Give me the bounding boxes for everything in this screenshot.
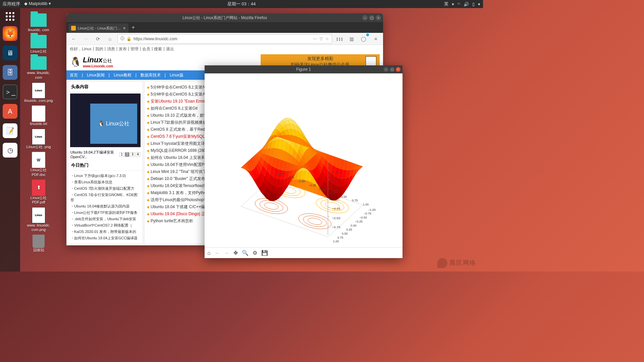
svg-text:0.75: 0.75	[332, 170, 338, 174]
page-button[interactable]: 4	[136, 152, 140, 157]
nav-link[interactable]: 管理	[130, 46, 139, 52]
nav-item[interactable]: Linux新闻	[87, 72, 105, 78]
folder-icon[interactable]: Linux公社	[23, 35, 54, 54]
page-button[interactable]: 1	[119, 152, 124, 157]
apps-menu[interactable]: 应用程序	[3, 1, 20, 7]
hot-item[interactable]: ・查看Linux系统版本信息	[70, 179, 140, 185]
terminal-icon[interactable]: ＞_	[3, 84, 17, 99]
hot-item[interactable]: ・.deb文件如何安装，Ubuntu下deb安装	[70, 216, 140, 222]
save-icon[interactable]: 💾	[261, 250, 268, 256]
minimize-icon[interactable]: –	[362, 15, 368, 20]
page-button[interactable]: 2	[125, 152, 129, 157]
nav-item[interactable]: Linux教程	[114, 72, 131, 78]
matplotlib-toolbar: ⌂ ← → ✥ 🔍 ⚙ 💾	[205, 247, 402, 258]
svg-text:−0.50: −0.50	[359, 216, 367, 219]
software-center-icon[interactable]: A	[3, 104, 17, 119]
trash-icon[interactable]: 回收站	[23, 235, 54, 252]
nav-link[interactable]: 发布	[119, 46, 127, 52]
back-button[interactable]: ←	[69, 34, 78, 44]
doc-file-icon[interactable]: WLinux公社 PDF.doc	[23, 152, 54, 177]
ellipsis-icon[interactable]: ⋯	[313, 37, 317, 41]
clock[interactable]: 星期一 03：44	[227, 1, 256, 7]
back-icon[interactable]: ←	[215, 250, 220, 256]
configure-icon[interactable]: ⚙	[253, 250, 257, 256]
display-settings-icon[interactable]: 🖥	[3, 46, 17, 60]
files-icon[interactable]: 🗄	[3, 65, 17, 80]
folder-icon[interactable]: linuxidc. com	[23, 13, 54, 32]
wifi-icon[interactable]: ⌔	[458, 2, 460, 7]
url-bar[interactable]: ⓘ 🔒 https://www.linuxidc.com ⋯ ▽ ☆	[117, 34, 332, 44]
forward-icon[interactable]: →	[224, 250, 229, 256]
nav-item[interactable]: 首页	[70, 72, 78, 78]
nav-item[interactable]: Linux版	[170, 72, 183, 78]
zoom-icon[interactable]: 🔍	[242, 250, 249, 256]
hot-item[interactable]: ・CentOS 7防火墙快速开放端口配置方	[70, 185, 140, 192]
page-button[interactable]: 3	[130, 152, 135, 157]
nav-link[interactable]: 会员	[142, 46, 150, 52]
folder-icon[interactable]: www. linuxidc. com	[23, 56, 54, 79]
window-title: Figure 1	[296, 67, 311, 72]
account-icon[interactable]: ◯	[359, 34, 368, 44]
battery-icon[interactable]: ▯	[472, 2, 475, 7]
ime-indicator[interactable]: 英	[444, 1, 448, 7]
home-icon[interactable]: ⌂	[207, 250, 211, 256]
slideshow-pager: 1 2 3 4	[119, 152, 140, 157]
star-icon[interactable]: ☆	[325, 37, 329, 41]
shield-icon[interactable]: ▽	[320, 37, 323, 41]
library-icon[interactable]: ⫿⫿⫿	[335, 34, 344, 44]
close-tab-icon[interactable]: ×	[123, 25, 125, 31]
svg-text:−0.25: −0.25	[332, 207, 340, 210]
new-tab-button[interactable]: +	[128, 24, 138, 31]
hot-item[interactable]: ・如何在Ubuntu 18.04上安装GCC编译器	[70, 235, 140, 241]
svg-text:−0.75: −0.75	[287, 176, 294, 179]
home-button[interactable]: ⌂	[105, 34, 115, 44]
browser-tab[interactable]: Linux公社 - Linux系统门… ×	[68, 23, 128, 33]
active-app-indicator[interactable]: ◆ Matplotlib ▾	[24, 1, 51, 7]
apps-grid-icon[interactable]	[5, 11, 15, 21]
hot-item[interactable]: ・CentOS 7命令行安装GNOME、KDE图形	[70, 192, 140, 203]
nav-link[interactable]: 消息	[107, 46, 115, 52]
nav-link[interactable]: 搜索	[154, 46, 162, 52]
volume-icon[interactable]: 🔊	[464, 2, 469, 7]
tab-title: Linux公社 - Linux系统门…	[78, 26, 121, 31]
hot-item[interactable]: ・VirtualBox中CentOS7.2 网络配置（	[70, 222, 140, 229]
text-file-icon[interactable]: linuxidc.txt	[23, 106, 54, 126]
matplotlib-icon[interactable]: ◷	[3, 143, 17, 158]
hot-item[interactable]: ・Linux 下升级gcc版本(gcc-7.3.0)	[70, 173, 140, 179]
hot-item[interactable]: ・Ubuntu 18.04修改默认源为国内源	[70, 203, 140, 209]
window-titlebar[interactable]: Linux公社 - Linux系统门户网站 - Mozilla Firefox …	[66, 13, 383, 22]
forward-button[interactable]: →	[81, 34, 91, 44]
pdf-file-icon[interactable]: ⬆Linux公社 PDF.pdf	[23, 180, 54, 204]
hot-item[interactable]: ・Linux公社下载FTP资源的请到FTP服务	[70, 209, 140, 216]
info-icon[interactable]: ⓘ	[120, 36, 124, 42]
headline-thumbnail[interactable]: 🐧 Linux公社	[70, 94, 141, 147]
image-file-icon[interactable]: LinuxLinux公社. png	[23, 129, 54, 149]
svg-text:0.50: 0.50	[332, 179, 338, 183]
firefox-icon[interactable]: 🦊	[3, 26, 17, 41]
window-titlebar[interactable]: Figure 1 – ▢ ×	[205, 65, 402, 73]
maximize-icon[interactable]: ▢	[369, 15, 374, 20]
nav-link[interactable]: 我的	[95, 46, 103, 52]
url-text: https://www.linuxidc.com	[133, 37, 177, 41]
nav-item[interactable]: 数据库技术	[141, 72, 161, 78]
minimize-icon[interactable]: –	[384, 67, 388, 72]
image-file-icon[interactable]: Linuxwww. linuxidc. com.png	[23, 207, 54, 232]
maximize-icon[interactable]: ▢	[390, 67, 394, 72]
menu-icon[interactable]: ≡	[371, 34, 380, 44]
reload-button[interactable]: ⟳	[93, 34, 103, 44]
thumb-caption[interactable]: Ubuntu 18.04.2下编译安装OpenCV...	[70, 150, 119, 159]
plot-canvas[interactable]: 0.750.500.250.00−0.25−0.50−0.75−1.00−0.7…	[205, 73, 402, 247]
close-icon[interactable]: ×	[376, 15, 381, 20]
hot-item[interactable]: ・KaOS 2020.01 发布，附带最新版本的	[70, 229, 140, 235]
svg-text:0.75: 0.75	[337, 236, 343, 239]
sidebar-icon[interactable]: ▥	[347, 34, 356, 44]
text-editor-icon[interactable]: 📝	[3, 123, 17, 138]
nav-link[interactable]: 退出	[166, 46, 174, 52]
pan-icon[interactable]: ✥	[233, 250, 238, 256]
close-icon[interactable]: ×	[396, 67, 400, 72]
svg-text:−0.75: −0.75	[332, 225, 340, 229]
chevron-down-icon[interactable]: ▾	[478, 2, 480, 7]
chevron-down-icon: ▾	[452, 2, 454, 7]
site-logo[interactable]: 🐧 Linux公社 www.Linuxidc.com	[70, 56, 113, 68]
image-file-icon[interactable]: Linuxlinuxidc. com.png	[23, 82, 54, 103]
